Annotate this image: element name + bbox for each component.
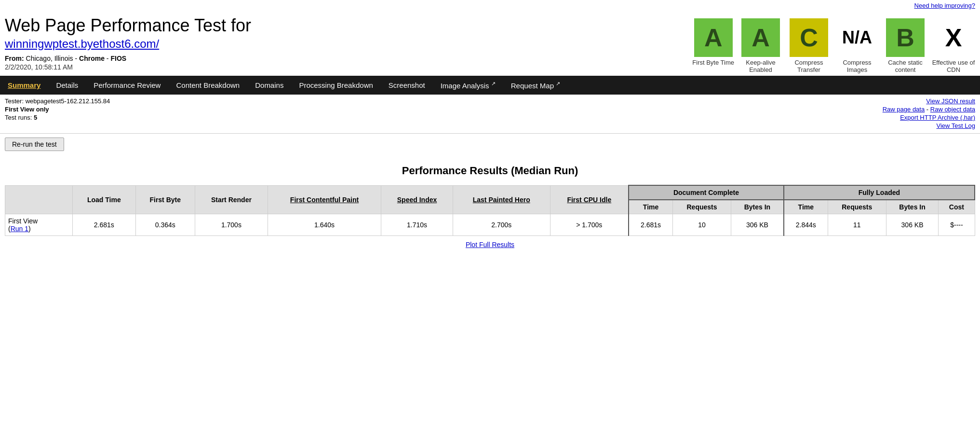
- view-info: First View only: [5, 106, 110, 113]
- from-label: From:: [5, 55, 24, 62]
- col-full-time: Time: [784, 200, 828, 214]
- nav-processing-breakdown[interactable]: Processing Breakdown: [291, 76, 380, 94]
- raw-page-link[interactable]: Raw page data: [883, 106, 925, 113]
- row-label: First View (Run 1): [5, 214, 73, 236]
- grade-label-cache-static: Cache static content: [884, 59, 927, 73]
- grades-area: A First Byte Time A Keep-alive Enabled C…: [692, 16, 975, 73]
- cell-doc-requests: 10: [673, 214, 731, 236]
- grade-badge-x: X: [934, 18, 973, 57]
- col-first-byte: First Byte: [135, 185, 195, 214]
- col-load-time: Load Time: [73, 185, 136, 214]
- cell-doc-time: 2.681s: [629, 214, 672, 236]
- plot-link-area: Plot Full Results: [5, 241, 975, 249]
- cell-cost: $----: [939, 214, 975, 236]
- cell-first-byte: 0.364s: [135, 214, 195, 236]
- page-url[interactable]: winningwptest.byethost6.com/: [5, 37, 683, 51]
- col-group-doc-complete: Document Complete: [629, 185, 784, 200]
- cell-first-cpu: > 1.700s: [550, 214, 629, 236]
- external-icon-request-map: ↗: [556, 81, 560, 86]
- col-start-render: Start Render: [195, 185, 268, 214]
- info-left: Tester: webpagetest5-162.212.155.84 Firs…: [5, 97, 110, 130]
- nav-domains[interactable]: Domains: [247, 76, 291, 94]
- cell-load-time: 2.681s: [73, 214, 136, 236]
- grade-badge-a2: A: [741, 18, 780, 57]
- runs-label: Test runs:: [5, 114, 32, 121]
- col-first-cpu-idle: First CPU Idle: [550, 185, 629, 214]
- tester-label: Tester:: [5, 97, 24, 105]
- cell-full-requests: 11: [828, 214, 886, 236]
- col-doc-bytes: Bytes In: [731, 200, 783, 214]
- rerun-button[interactable]: Re-run the test: [5, 138, 64, 151]
- col-speed-index: Speed Index: [381, 185, 453, 214]
- nav-summary[interactable]: Summary: [0, 76, 48, 94]
- grade-label-effective-cdn: Effective use of CDN: [932, 59, 975, 73]
- nav-bar: Summary Details Performance Review Conte…: [0, 76, 980, 95]
- table-row: First View (Run 1) 2.681s 0.364s 1.700s …: [5, 214, 975, 236]
- view-label: First View only: [5, 106, 49, 113]
- nav-details[interactable]: Details: [48, 76, 86, 94]
- grade-effective-cdn: X Effective use of CDN: [932, 18, 975, 73]
- cell-full-bytes: 306 KB: [886, 214, 939, 236]
- cell-speed-index: 1.710s: [381, 214, 453, 236]
- browser-value: Chrome: [79, 55, 105, 62]
- nav-request-map[interactable]: Request Map ↗: [503, 76, 568, 95]
- plot-full-results-link[interactable]: Plot Full Results: [466, 241, 514, 249]
- grade-label-compress-images: Compress Images: [835, 59, 879, 73]
- cell-start-render: 1.700s: [195, 214, 268, 236]
- raw-object-link[interactable]: Raw object data: [930, 106, 975, 113]
- col-empty: [5, 185, 73, 214]
- from-location: Chicago, Illinois: [26, 55, 73, 62]
- grade-first-byte: A First Byte Time: [692, 18, 734, 66]
- col-doc-time: Time: [629, 200, 672, 214]
- col-last-painted-hero: Last Painted Hero: [453, 185, 550, 214]
- from-line: From: Chicago, Illinois - Chrome - FIOS: [5, 55, 683, 62]
- rerun-area: Re-run the test: [0, 134, 980, 155]
- cell-doc-bytes: 306 KB: [731, 214, 783, 236]
- col-first-contentful-paint: First Contentful Paint: [268, 185, 381, 214]
- col-full-bytes: Bytes In: [886, 200, 939, 214]
- section-title: Performance Results (Median Run): [5, 165, 975, 177]
- runs-info: Test runs: 5: [5, 114, 110, 121]
- grade-badge-a1: A: [694, 18, 733, 57]
- grade-keep-alive: A Keep-alive Enabled: [739, 18, 782, 73]
- nav-image-analysis[interactable]: Image Analysis ↗: [433, 76, 503, 95]
- cell-last-painted: 2.700s: [453, 214, 550, 236]
- grade-badge-na: N/A: [838, 18, 876, 57]
- performance-table-wrapper: Load Time First Byte Start Render First …: [5, 185, 975, 236]
- export-link[interactable]: Export HTTP Archive (.har): [900, 114, 975, 121]
- grade-cache-static: B Cache static content: [884, 18, 927, 73]
- connection-value: FIOS: [110, 55, 126, 62]
- grade-compress-transfer: C Compress Transfer: [787, 18, 831, 73]
- header-area: Web Page Performance Test for winningwpt…: [0, 11, 980, 76]
- separator: -: [926, 106, 930, 113]
- performance-table: Load Time First Byte Start Render First …: [5, 185, 975, 236]
- grade-badge-c: C: [790, 18, 828, 57]
- view-log-link[interactable]: View Test Log: [937, 122, 975, 129]
- view-json-link[interactable]: View JSON result: [926, 97, 975, 105]
- nav-content-breakdown[interactable]: Content Breakdown: [168, 76, 247, 94]
- col-doc-requests: Requests: [673, 200, 731, 214]
- need-help-link[interactable]: Need help improving?: [910, 0, 980, 11]
- col-full-cost: Cost: [939, 200, 975, 214]
- grade-badge-b: B: [886, 18, 925, 57]
- info-right: View JSON result Raw page data - Raw obj…: [883, 97, 975, 130]
- nav-screenshot[interactable]: Screenshot: [381, 76, 433, 94]
- external-icon-image-analysis: ↗: [491, 81, 496, 86]
- run-link[interactable]: Run 1: [11, 225, 28, 233]
- col-group-fully-loaded: Fully Loaded: [784, 185, 975, 200]
- cell-full-time: 2.844s: [784, 214, 828, 236]
- grade-label-first-byte: First Byte Time: [692, 59, 734, 66]
- grade-label-keep-alive: Keep-alive Enabled: [739, 59, 782, 73]
- tester-info: Tester: webpagetest5-162.212.155.84: [5, 97, 110, 105]
- header-left: Web Page Performance Test for winningwpt…: [5, 16, 683, 71]
- date-line: 2/2/2020, 10:58:11 AM: [5, 63, 683, 71]
- cell-fcp: 1.640s: [268, 214, 381, 236]
- grade-compress-images: N/A Compress Images: [835, 18, 879, 73]
- info-bar: Tester: webpagetest5-162.212.155.84 Firs…: [0, 95, 980, 134]
- tester-value: webpagetest5-162.212.155.84: [26, 97, 110, 105]
- main-content: Performance Results (Median Run) Load Ti…: [0, 155, 980, 253]
- runs-value: 5: [34, 114, 37, 121]
- nav-performance-review[interactable]: Performance Review: [86, 76, 168, 94]
- col-full-requests: Requests: [828, 200, 886, 214]
- grade-label-compress-transfer: Compress Transfer: [787, 59, 831, 73]
